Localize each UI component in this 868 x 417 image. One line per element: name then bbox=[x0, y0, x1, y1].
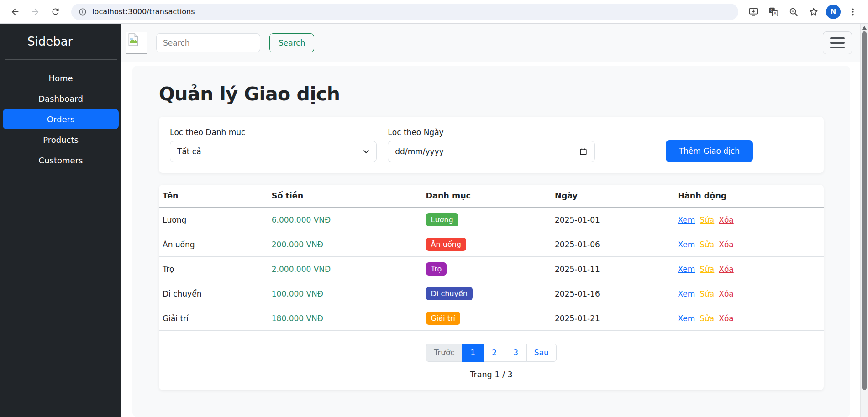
browser-scrollbar[interactable] bbox=[860, 24, 868, 417]
zoom-icon[interactable] bbox=[786, 4, 801, 20]
cell-name: Di chuyển bbox=[159, 281, 268, 306]
cell-actions: XemSửaXóa bbox=[674, 281, 824, 306]
delete-link[interactable]: Xóa bbox=[719, 289, 733, 298]
date-input-value: dd/mm/yyyy bbox=[395, 147, 443, 156]
category-badge: Trọ bbox=[426, 262, 447, 276]
category-filter-label: Lọc theo Danh mục bbox=[170, 128, 377, 137]
search-button[interactable]: Search bbox=[269, 33, 314, 52]
table-row: Lương6.000.000 VNĐLương2025-01-01XemSửaX… bbox=[159, 207, 824, 232]
calendar-icon bbox=[579, 147, 588, 156]
category-select[interactable]: Tất cả bbox=[170, 141, 377, 162]
table-row: Giải trí180.000 VNĐGiải trí2025-01-21Xem… bbox=[159, 306, 824, 331]
category-badge: Ăn uống bbox=[426, 238, 466, 251]
edit-link[interactable]: Sửa bbox=[700, 314, 714, 323]
pagination-page-3[interactable]: 3 bbox=[505, 344, 527, 362]
transactions-table: TênSố tiềnDanh mụcNgàyHành động Lương6.0… bbox=[159, 185, 824, 331]
edit-link[interactable]: Sửa bbox=[700, 289, 714, 298]
column-header: Hành động bbox=[674, 185, 824, 207]
sidebar-item-products[interactable]: Products bbox=[3, 130, 119, 150]
date-filter-label: Lọc theo Ngày bbox=[388, 128, 594, 137]
view-link[interactable]: Xem bbox=[678, 265, 695, 274]
cell-category: Di chuyển bbox=[422, 281, 551, 306]
scrollbar-up-arrow-icon[interactable] bbox=[862, 26, 867, 30]
bookmark-star-icon[interactable] bbox=[806, 4, 821, 20]
cell-date: 2025-01-16 bbox=[551, 281, 674, 306]
cell-amount: 6.000.000 VNĐ bbox=[268, 207, 422, 232]
browser-toolbar: localhost:3000/transactions G A bbox=[0, 0, 868, 24]
table-header-row: TênSố tiềnDanh mụcNgàyHành động bbox=[159, 185, 824, 207]
cell-amount: 100.000 VNĐ bbox=[268, 281, 422, 306]
reload-icon[interactable] bbox=[47, 3, 64, 21]
translate-icon[interactable]: G A bbox=[766, 4, 781, 20]
svg-text:A: A bbox=[773, 11, 776, 16]
column-header: Danh mục bbox=[422, 185, 551, 207]
table-row: Di chuyển100.000 VNĐDi chuyển2025-01-16X… bbox=[159, 281, 824, 306]
cell-category: Lương bbox=[422, 207, 551, 232]
edit-link[interactable]: Sửa bbox=[700, 240, 714, 249]
cell-date: 2025-01-01 bbox=[551, 207, 674, 232]
address-bar[interactable]: localhost:3000/transactions bbox=[71, 4, 738, 20]
cell-actions: XemSửaXóa bbox=[674, 257, 824, 281]
cell-actions: XemSửaXóa bbox=[674, 207, 824, 232]
browser-menu-icon[interactable] bbox=[845, 4, 861, 20]
forward-icon[interactable] bbox=[26, 3, 44, 21]
pagination-page-1[interactable]: 1 bbox=[462, 344, 484, 362]
pagination-prev[interactable]: Trước bbox=[426, 344, 462, 362]
page-title: Quản lý Giao dịch bbox=[159, 83, 824, 105]
add-transaction-button[interactable]: Thêm Giao dịch bbox=[666, 140, 753, 162]
table-row: Trọ2.000.000 VNĐTrọ2025-01-11XemSửaXóa bbox=[159, 257, 824, 281]
category-select-value: Tất cả bbox=[177, 147, 201, 156]
column-header: Tên bbox=[159, 185, 268, 207]
url-text: localhost:3000/transactions bbox=[92, 7, 195, 16]
view-link[interactable]: Xem bbox=[678, 314, 695, 323]
filter-card: Lọc theo Danh mục Tất cả Lọc theo Ngày d… bbox=[159, 117, 824, 173]
category-badge: Lương bbox=[426, 213, 458, 226]
cell-amount: 2.000.000 VNĐ bbox=[268, 257, 422, 281]
content-panel: Quản lý Giao dịch Lọc theo Danh mục Tất … bbox=[132, 66, 850, 417]
pagination: Trước123Sau bbox=[159, 344, 824, 362]
category-badge: Di chuyển bbox=[426, 287, 473, 300]
delete-link[interactable]: Xóa bbox=[719, 265, 733, 274]
cell-date: 2025-01-11 bbox=[551, 257, 674, 281]
profile-avatar[interactable]: N bbox=[826, 5, 841, 19]
cell-category: Ăn uống bbox=[422, 232, 551, 257]
top-navbar: Search bbox=[121, 24, 860, 62]
sidebar-item-dashboard[interactable]: Dashboard bbox=[3, 89, 119, 109]
view-link[interactable]: Xem bbox=[678, 215, 695, 224]
view-link[interactable]: Xem bbox=[678, 289, 695, 298]
cell-date: 2025-01-06 bbox=[551, 232, 674, 257]
column-header: Ngày bbox=[551, 185, 674, 207]
cell-actions: XemSửaXóa bbox=[674, 232, 824, 257]
edit-link[interactable]: Sửa bbox=[700, 265, 714, 274]
hamburger-menu-icon[interactable] bbox=[823, 31, 852, 54]
cell-amount: 180.000 VNĐ bbox=[268, 306, 422, 331]
pagination-next[interactable]: Sau bbox=[526, 344, 557, 362]
cell-amount: 200.000 VNĐ bbox=[268, 232, 422, 257]
sidebar-item-orders[interactable]: Orders bbox=[3, 109, 119, 129]
search-input[interactable] bbox=[156, 33, 260, 52]
sidebar-item-home[interactable]: Home bbox=[3, 68, 119, 88]
chevron-down-icon bbox=[363, 150, 369, 154]
table-row: Ăn uống200.000 VNĐĂn uống2025-01-06XemSử… bbox=[159, 232, 824, 257]
cell-category: Trọ bbox=[422, 257, 551, 281]
edit-link[interactable]: Sửa bbox=[700, 215, 714, 224]
back-icon[interactable] bbox=[6, 3, 24, 21]
cell-date: 2025-01-21 bbox=[551, 306, 674, 331]
pagination-page-2[interactable]: 2 bbox=[484, 344, 505, 362]
cell-name: Giải trí bbox=[159, 306, 268, 331]
delete-link[interactable]: Xóa bbox=[719, 314, 733, 323]
cell-category: Giải trí bbox=[422, 306, 551, 331]
scrollbar-thumb[interactable] bbox=[862, 31, 867, 390]
cell-name: Ăn uống bbox=[159, 232, 268, 257]
info-icon[interactable] bbox=[79, 8, 87, 16]
category-badge: Giải trí bbox=[426, 312, 460, 325]
view-link[interactable]: Xem bbox=[678, 240, 695, 249]
broken-image-icon bbox=[126, 32, 147, 54]
sidebar-divider bbox=[5, 59, 117, 60]
sidebar-item-customers[interactable]: Customers bbox=[3, 150, 119, 170]
delete-link[interactable]: Xóa bbox=[719, 215, 733, 224]
transactions-table-card: TênSố tiềnDanh mụcNgàyHành động Lương6.0… bbox=[159, 185, 824, 390]
delete-link[interactable]: Xóa bbox=[719, 240, 733, 249]
install-icon[interactable] bbox=[746, 4, 761, 20]
date-input[interactable]: dd/mm/yyyy bbox=[388, 141, 594, 162]
